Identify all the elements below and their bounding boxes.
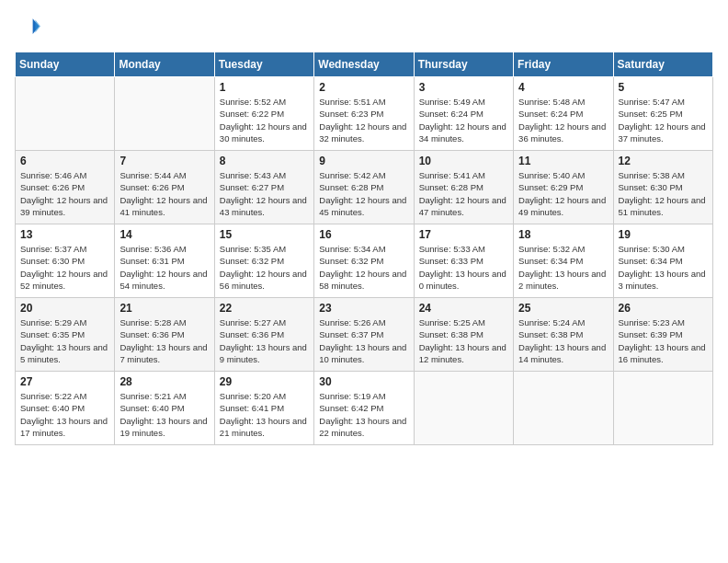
day-detail: Sunrise: 5:44 AM Sunset: 6:26 PM Dayligh… bbox=[119, 169, 209, 218]
day-number: 22 bbox=[220, 302, 309, 315]
day-number: 1 bbox=[220, 81, 309, 94]
week-row-1: 1Sunrise: 5:52 AM Sunset: 6:22 PM Daylig… bbox=[16, 77, 713, 151]
day-number: 2 bbox=[319, 81, 408, 94]
day-detail: Sunrise: 5:43 AM Sunset: 6:27 PM Dayligh… bbox=[220, 169, 309, 218]
day-detail: Sunrise: 5:36 AM Sunset: 6:31 PM Dayligh… bbox=[119, 243, 209, 292]
day-number: 23 bbox=[319, 302, 408, 315]
day-number: 20 bbox=[20, 302, 109, 315]
day-cell: 3Sunrise: 5:49 AM Sunset: 6:24 PM Daylig… bbox=[414, 77, 513, 151]
day-number: 24 bbox=[419, 302, 508, 315]
day-cell: 25Sunrise: 5:24 AM Sunset: 6:38 PM Dayli… bbox=[514, 298, 613, 372]
day-cell: 29Sunrise: 5:20 AM Sunset: 6:41 PM Dayli… bbox=[214, 372, 313, 445]
day-number: 8 bbox=[220, 155, 309, 167]
header-cell-monday: Monday bbox=[115, 52, 214, 77]
day-detail: Sunrise: 5:37 AM Sunset: 6:30 PM Dayligh… bbox=[20, 243, 109, 292]
day-detail: Sunrise: 5:30 AM Sunset: 6:34 PM Dayligh… bbox=[619, 243, 708, 292]
day-number: 25 bbox=[518, 302, 608, 315]
day-cell: 7Sunrise: 5:44 AM Sunset: 6:26 PM Daylig… bbox=[115, 151, 214, 224]
day-cell bbox=[16, 77, 115, 151]
day-number: 10 bbox=[419, 155, 508, 167]
day-cell: 28Sunrise: 5:21 AM Sunset: 6:40 PM Dayli… bbox=[115, 372, 214, 445]
day-cell: 10Sunrise: 5:41 AM Sunset: 6:28 PM Dayli… bbox=[414, 151, 513, 224]
header-cell-wednesday: Wednesday bbox=[314, 52, 414, 77]
week-row-2: 6Sunrise: 5:46 AM Sunset: 6:26 PM Daylig… bbox=[16, 151, 713, 224]
day-cell: 6Sunrise: 5:46 AM Sunset: 6:26 PM Daylig… bbox=[16, 151, 115, 224]
day-number: 3 bbox=[419, 81, 508, 94]
day-number: 5 bbox=[619, 81, 708, 94]
day-cell: 21Sunrise: 5:28 AM Sunset: 6:36 PM Dayli… bbox=[115, 298, 214, 372]
day-number: 11 bbox=[518, 155, 608, 167]
header-cell-thursday: Thursday bbox=[414, 52, 513, 77]
week-row-4: 20Sunrise: 5:29 AM Sunset: 6:35 PM Dayli… bbox=[16, 298, 713, 372]
day-number: 18 bbox=[518, 228, 608, 241]
day-number: 13 bbox=[20, 228, 109, 241]
day-number: 28 bbox=[119, 375, 209, 388]
header-cell-saturday: Saturday bbox=[613, 52, 712, 77]
day-cell: 12Sunrise: 5:38 AM Sunset: 6:30 PM Dayli… bbox=[613, 151, 712, 224]
day-detail: Sunrise: 5:28 AM Sunset: 6:36 PM Dayligh… bbox=[119, 316, 209, 365]
day-detail: Sunrise: 5:35 AM Sunset: 6:32 PM Dayligh… bbox=[220, 243, 309, 292]
day-number: 17 bbox=[419, 228, 508, 241]
day-detail: Sunrise: 5:47 AM Sunset: 6:25 PM Dayligh… bbox=[619, 96, 708, 144]
day-detail: Sunrise: 5:25 AM Sunset: 6:38 PM Dayligh… bbox=[419, 316, 508, 365]
day-cell: 9Sunrise: 5:42 AM Sunset: 6:28 PM Daylig… bbox=[314, 151, 414, 224]
day-cell bbox=[414, 372, 513, 445]
day-detail: Sunrise: 5:49 AM Sunset: 6:24 PM Dayligh… bbox=[419, 96, 508, 144]
calendar-table: SundayMondayTuesdayWednesdayThursdayFrid… bbox=[15, 52, 713, 445]
day-cell: 18Sunrise: 5:32 AM Sunset: 6:34 PM Dayli… bbox=[514, 224, 613, 298]
day-cell: 11Sunrise: 5:40 AM Sunset: 6:29 PM Dayli… bbox=[514, 151, 613, 224]
day-detail: Sunrise: 5:33 AM Sunset: 6:33 PM Dayligh… bbox=[419, 243, 508, 292]
day-number: 29 bbox=[220, 375, 309, 388]
day-detail: Sunrise: 5:46 AM Sunset: 6:26 PM Dayligh… bbox=[20, 169, 109, 218]
day-number: 26 bbox=[619, 302, 708, 315]
day-cell: 8Sunrise: 5:43 AM Sunset: 6:27 PM Daylig… bbox=[214, 151, 313, 224]
day-number: 21 bbox=[119, 302, 209, 315]
day-cell: 19Sunrise: 5:30 AM Sunset: 6:34 PM Dayli… bbox=[613, 224, 712, 298]
day-cell: 27Sunrise: 5:22 AM Sunset: 6:40 PM Dayli… bbox=[16, 372, 115, 445]
day-detail: Sunrise: 5:32 AM Sunset: 6:34 PM Dayligh… bbox=[518, 243, 608, 292]
day-cell: 14Sunrise: 5:36 AM Sunset: 6:31 PM Dayli… bbox=[115, 224, 214, 298]
day-cell: 16Sunrise: 5:34 AM Sunset: 6:32 PM Dayli… bbox=[314, 224, 414, 298]
day-number: 14 bbox=[119, 228, 209, 241]
day-detail: Sunrise: 5:52 AM Sunset: 6:22 PM Dayligh… bbox=[220, 96, 309, 144]
day-detail: Sunrise: 5:42 AM Sunset: 6:28 PM Dayligh… bbox=[319, 169, 408, 218]
day-cell: 15Sunrise: 5:35 AM Sunset: 6:32 PM Dayli… bbox=[214, 224, 313, 298]
day-cell: 23Sunrise: 5:26 AM Sunset: 6:37 PM Dayli… bbox=[314, 298, 414, 372]
day-number: 12 bbox=[619, 155, 708, 167]
day-number: 30 bbox=[319, 375, 408, 388]
day-number: 15 bbox=[220, 228, 309, 241]
day-detail: Sunrise: 5:19 AM Sunset: 6:42 PM Dayligh… bbox=[319, 390, 408, 439]
day-detail: Sunrise: 5:24 AM Sunset: 6:38 PM Dayligh… bbox=[518, 316, 608, 365]
header-cell-tuesday: Tuesday bbox=[214, 52, 313, 77]
logo bbox=[15, 15, 44, 40]
day-detail: Sunrise: 5:34 AM Sunset: 6:32 PM Dayligh… bbox=[319, 243, 408, 292]
header-cell-sunday: Sunday bbox=[16, 52, 115, 77]
day-cell: 20Sunrise: 5:29 AM Sunset: 6:35 PM Dayli… bbox=[16, 298, 115, 372]
week-row-3: 13Sunrise: 5:37 AM Sunset: 6:30 PM Dayli… bbox=[16, 224, 713, 298]
day-cell bbox=[115, 77, 214, 151]
header bbox=[15, 15, 713, 40]
day-number: 19 bbox=[619, 228, 708, 241]
day-cell: 22Sunrise: 5:27 AM Sunset: 6:36 PM Dayli… bbox=[214, 298, 313, 372]
week-row-5: 27Sunrise: 5:22 AM Sunset: 6:40 PM Dayli… bbox=[16, 372, 713, 445]
day-cell: 4Sunrise: 5:48 AM Sunset: 6:24 PM Daylig… bbox=[514, 77, 613, 151]
logo-icon bbox=[15, 15, 40, 40]
svg-marker-1 bbox=[35, 20, 40, 33]
day-detail: Sunrise: 5:40 AM Sunset: 6:29 PM Dayligh… bbox=[518, 169, 608, 218]
day-detail: Sunrise: 5:38 AM Sunset: 6:30 PM Dayligh… bbox=[619, 169, 708, 218]
day-cell: 30Sunrise: 5:19 AM Sunset: 6:42 PM Dayli… bbox=[314, 372, 414, 445]
day-number: 27 bbox=[20, 375, 109, 388]
day-cell: 26Sunrise: 5:23 AM Sunset: 6:39 PM Dayli… bbox=[613, 298, 712, 372]
day-number: 16 bbox=[319, 228, 408, 241]
day-number: 4 bbox=[518, 81, 608, 94]
header-cell-friday: Friday bbox=[514, 52, 613, 77]
day-detail: Sunrise: 5:27 AM Sunset: 6:36 PM Dayligh… bbox=[220, 316, 309, 365]
day-detail: Sunrise: 5:20 AM Sunset: 6:41 PM Dayligh… bbox=[220, 390, 309, 439]
day-detail: Sunrise: 5:22 AM Sunset: 6:40 PM Dayligh… bbox=[20, 390, 109, 439]
day-detail: Sunrise: 5:48 AM Sunset: 6:24 PM Dayligh… bbox=[518, 96, 608, 144]
day-number: 9 bbox=[319, 155, 408, 167]
day-cell: 2Sunrise: 5:51 AM Sunset: 6:23 PM Daylig… bbox=[314, 77, 414, 151]
day-detail: Sunrise: 5:23 AM Sunset: 6:39 PM Dayligh… bbox=[619, 316, 708, 365]
day-cell bbox=[613, 372, 712, 445]
day-cell bbox=[514, 372, 613, 445]
